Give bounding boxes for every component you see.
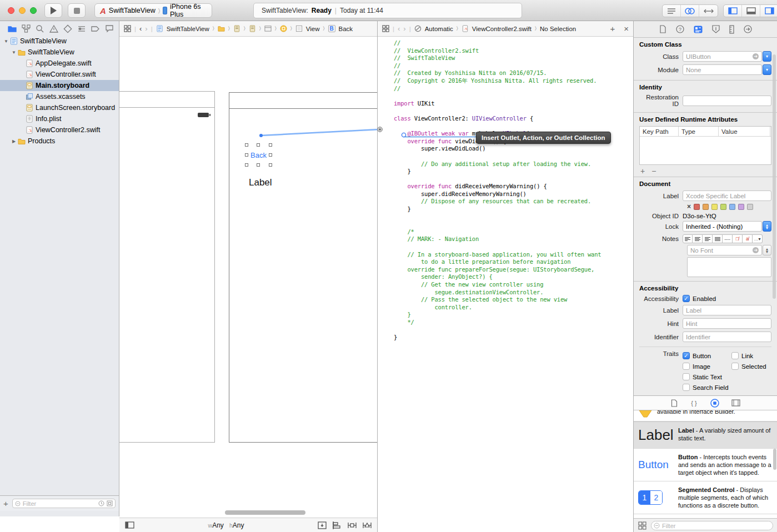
close-window-button[interactable] — [8, 7, 14, 14]
source-code-editor[interactable]: //// ViewController2.swift// SwiftTableV… — [378, 37, 633, 532]
nav-item-main-storyboard[interactable]: Main.storyboard — [0, 80, 119, 91]
accessibility-label-field[interactable]: Label — [683, 305, 771, 315]
add-attribute-button[interactable]: + — [640, 167, 645, 175]
grid-view-toggle-icon[interactable] — [638, 521, 646, 530]
toggle-inspector-button[interactable] — [760, 5, 777, 17]
disclosure-triangle[interactable]: ▼ — [3, 39, 9, 44]
view-icon[interactable] — [295, 25, 303, 32]
library-item-label[interactable]: Label Label - A variably sized amount of… — [634, 421, 777, 449]
zoom-window-button[interactable] — [30, 7, 37, 14]
color-swatch-6[interactable] — [747, 204, 753, 210]
color-swatch-1[interactable] — [703, 204, 709, 210]
scheme-selector[interactable]: A SwiftTableView 〉 iPhone 6s Plus — [94, 3, 212, 18]
trait-button[interactable]: ✓Button — [683, 350, 731, 361]
assistant-mode[interactable]: Automatic — [425, 26, 453, 32]
accessibility-identifier-field[interactable]: Identifier — [683, 332, 771, 342]
forward-history-button[interactable]: › — [145, 24, 147, 33]
navigator-tab-breakpoints[interactable] — [91, 24, 100, 33]
code-snippet-library-tab[interactable]: { } — [690, 399, 698, 406]
resolve-autolayout-icon[interactable] — [363, 521, 372, 529]
align-icon[interactable] — [333, 521, 342, 529]
attributes-inspector-tab[interactable] — [712, 25, 720, 33]
related-items-icon[interactable] — [124, 25, 131, 32]
storyboard-file-icon[interactable] — [249, 25, 256, 32]
jump-view[interactable]: View — [306, 26, 320, 32]
notes-align-left-button[interactable] — [683, 234, 693, 243]
library-filter-input[interactable]: Filter — [651, 521, 773, 530]
nav-item-viewcontroller-swift[interactable]: ViewController.swift — [0, 69, 119, 80]
toggle-debug-area-button[interactable] — [742, 5, 760, 17]
notes-font-field[interactable]: No Font➔ — [687, 245, 762, 255]
jump-to-class-icon[interactable]: ➔ — [753, 53, 759, 59]
navigator-tab-debug[interactable] — [77, 24, 86, 33]
library-item-segmented-control[interactable]: 12 Segmented Control - Displays multiple… — [634, 481, 777, 514]
library-item-partial[interactable]: available in Interface Builder. — [634, 410, 777, 421]
trait-image[interactable]: Image — [683, 361, 731, 372]
disclosure-triangle[interactable]: ▶ — [11, 139, 17, 144]
nav-item-swifttableview[interactable]: ▼SwiftTableView — [0, 47, 119, 58]
trait-link[interactable]: Link — [731, 350, 777, 361]
identity-inspector-tab-active[interactable] — [694, 26, 703, 33]
run-button[interactable] — [44, 3, 62, 18]
notes-align-justify-button[interactable] — [713, 234, 723, 243]
storyboard-file-icon[interactable] — [233, 25, 240, 32]
nav-item-assets-xcassets[interactable]: Assets.xcassets — [0, 91, 119, 102]
nav-item-viewcontroller2-swift[interactable]: ViewController2.swift — [0, 124, 119, 135]
color-swatch-0[interactable] — [694, 204, 700, 210]
notes-dashes-button[interactable]: ---- — [723, 234, 733, 243]
document-label-field[interactable]: Xcode Specific Label — [683, 190, 771, 201]
size-class-control[interactable]: wAny hAny — [208, 521, 244, 529]
remove-attribute-button[interactable]: − — [651, 167, 656, 175]
standard-editor-button[interactable] — [663, 5, 681, 17]
navigator-tab-tests[interactable] — [63, 24, 72, 33]
notes-align-center-button[interactable] — [693, 234, 703, 243]
disclosure-triangle[interactable]: ▼ — [11, 50, 17, 55]
notes-align-right-button[interactable] — [703, 234, 713, 243]
restoration-id-field[interactable] — [683, 96, 771, 106]
jump-project[interactable]: SwiftTableView — [167, 26, 209, 32]
notes-no-style-button[interactable]: □̸ — [733, 234, 743, 243]
no-color-swatch[interactable]: × — [687, 203, 691, 210]
close-assistant-editor-button[interactable]: × — [624, 24, 629, 33]
notes-more-button[interactable]: …▾ — [753, 234, 763, 243]
toggle-document-outline-icon[interactable] — [125, 521, 134, 529]
trait-selected[interactable]: Selected — [731, 361, 777, 372]
library-scrollbar[interactable] — [773, 449, 776, 470]
back-history-button[interactable]: ‹ — [139, 24, 142, 33]
folder-icon[interactable] — [218, 25, 225, 32]
navigator-filter-input[interactable]: Filter — [12, 499, 116, 508]
lock-dropdown[interactable]: Inherited - (Nothing) — [683, 221, 762, 232]
nav-item-swifttableview[interactable]: ▼SwiftTableView — [0, 36, 119, 47]
recent-files-icon[interactable] — [98, 500, 104, 506]
quick-help-tab[interactable]: ? — [676, 25, 684, 33]
file-inspector-tab[interactable] — [659, 25, 666, 33]
view-controller-icon[interactable] — [280, 25, 287, 32]
scene-icon[interactable] — [264, 25, 272, 32]
view-controller-scene-left[interactable] — [119, 91, 215, 443]
toggle-navigator-button[interactable] — [724, 5, 742, 17]
connections-inspector-tab[interactable] — [744, 25, 752, 33]
unsaved-files-icon[interactable] — [107, 500, 113, 506]
lock-dropdown-button[interactable]: ▴▾ — [763, 221, 771, 232]
version-editor-button[interactable] — [699, 5, 718, 17]
automatic-mode-icon[interactable] — [414, 25, 422, 32]
color-swatch-2[interactable] — [711, 204, 718, 210]
forward-history-button[interactable]: › — [403, 24, 405, 33]
navigator-tab-search[interactable] — [36, 24, 44, 33]
add-assistant-editor-button[interactable]: + — [610, 24, 615, 33]
assistant-editor-button[interactable] — [681, 5, 699, 17]
nav-item-products[interactable]: ▶Products — [0, 135, 119, 147]
back-history-button[interactable]: ‹ — [398, 24, 400, 33]
nav-item-info-plist[interactable]: Info.plist — [0, 113, 119, 124]
back-button-selected[interactable]: Back — [247, 145, 270, 165]
accessibility-hint-field[interactable]: Hint — [683, 318, 771, 329]
stop-button[interactable] — [68, 3, 86, 18]
media-library-tab[interactable] — [731, 399, 740, 406]
embed-in-stack-icon[interactable] — [318, 521, 327, 529]
navigator-tab-reports[interactable] — [105, 24, 114, 33]
color-swatch-3[interactable] — [720, 204, 726, 210]
navigator-tab-symbols[interactable] — [22, 24, 31, 33]
font-size-stepper[interactable]: ▴▾ — [763, 245, 771, 255]
related-items-icon[interactable] — [382, 25, 389, 32]
trait-static-text[interactable]: Static Text — [683, 372, 731, 382]
